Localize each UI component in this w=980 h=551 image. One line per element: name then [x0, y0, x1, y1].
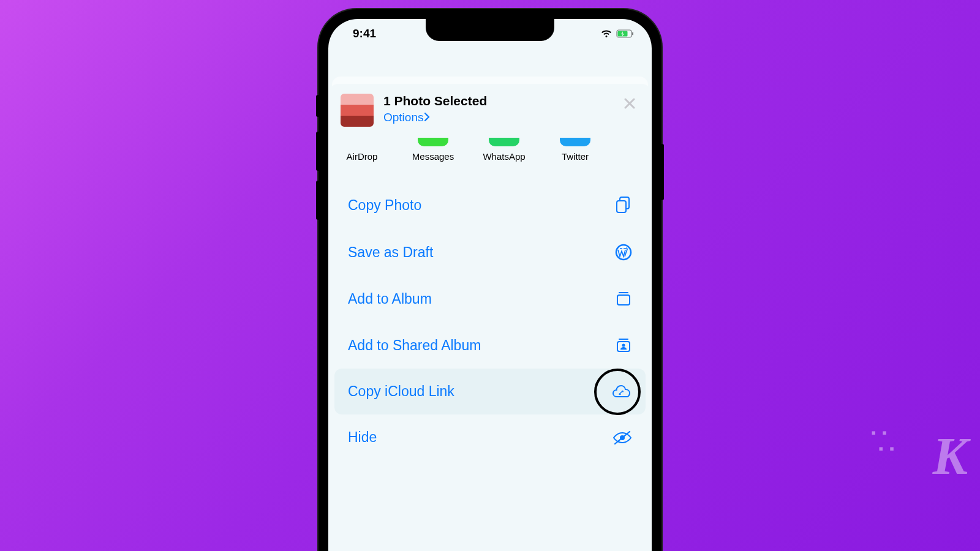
options-label: Options — [383, 111, 423, 124]
action-add-to-album[interactable]: Add to Album — [330, 276, 650, 322]
action-copy-icloud-link[interactable]: Copy iCloud Link — [334, 369, 646, 414]
shared-album-icon — [615, 337, 632, 354]
chevron-right-icon — [424, 111, 430, 124]
action-label: Add to Shared Album — [348, 337, 481, 354]
power-button — [662, 144, 664, 200]
app-label: WhatsApp — [483, 151, 525, 162]
actions-list: Copy Photo Save as Draft Add to Album — [330, 171, 650, 470]
share-app-airdrop[interactable]: AirDrop — [339, 138, 385, 162]
twitter-icon — [560, 138, 590, 146]
brand-logo: K — [933, 425, 965, 487]
action-label: Copy Photo — [348, 197, 421, 214]
header-text: 1 Photo Selected Options — [383, 94, 610, 124]
action-copy-photo[interactable]: Copy Photo — [330, 181, 650, 229]
share-sheet: 1 Photo Selected Options AirDrop — [330, 84, 650, 551]
wifi-icon — [600, 29, 612, 38]
battery-icon — [616, 29, 635, 38]
share-apps-row[interactable]: AirDrop Messages WhatsApp Twitter — [330, 132, 650, 171]
action-save-as-draft[interactable]: Save as Draft — [330, 229, 650, 276]
album-icon — [615, 290, 632, 307]
svg-rect-6 — [617, 295, 630, 305]
logo-dots: ▪▪ — [871, 425, 893, 441]
whatsapp-icon — [489, 138, 519, 146]
action-label: Hide — [348, 429, 377, 446]
svg-rect-4 — [617, 201, 626, 212]
close-button[interactable] — [620, 94, 639, 113]
volume-up-button — [316, 132, 318, 171]
action-label: Add to Album — [348, 291, 432, 307]
status-icons — [600, 29, 635, 38]
svg-point-10 — [622, 344, 625, 347]
cloud-link-icon — [611, 384, 632, 400]
volume-down-button — [316, 181, 318, 220]
app-label: Twitter — [562, 151, 589, 162]
copy-icon — [615, 196, 632, 214]
share-app-messages[interactable]: Messages — [410, 138, 456, 162]
action-add-to-shared-album[interactable]: Add to Shared Album — [330, 322, 650, 369]
logo-dots: ▪▪ — [878, 441, 900, 457]
svg-rect-2 — [632, 32, 633, 36]
photo-thumbnail[interactable] — [341, 94, 374, 127]
options-link[interactable]: Options — [383, 111, 610, 124]
share-sheet-title: 1 Photo Selected — [383, 94, 610, 108]
action-label: Copy iCloud Link — [348, 383, 454, 400]
share-app-whatsapp[interactable]: WhatsApp — [481, 138, 527, 162]
messages-icon — [418, 138, 448, 146]
airdrop-icon — [347, 138, 377, 146]
wordpress-icon — [615, 244, 632, 261]
share-sheet-header: 1 Photo Selected Options — [330, 84, 650, 132]
status-time: 9:41 — [345, 27, 376, 40]
mute-switch — [316, 95, 318, 117]
phone-screen: 9:41 1 Photo Selected Options — [328, 19, 652, 551]
phone-frame: 9:41 1 Photo Selected Options — [318, 9, 662, 551]
app-label: Messages — [412, 151, 454, 162]
action-hide[interactable]: Hide — [330, 414, 650, 460]
eye-slash-icon — [612, 430, 632, 445]
app-label: AirDrop — [347, 151, 378, 162]
action-label: Save as Draft — [348, 244, 433, 261]
share-app-twitter[interactable]: Twitter — [552, 138, 598, 162]
phone-notch — [426, 19, 554, 41]
